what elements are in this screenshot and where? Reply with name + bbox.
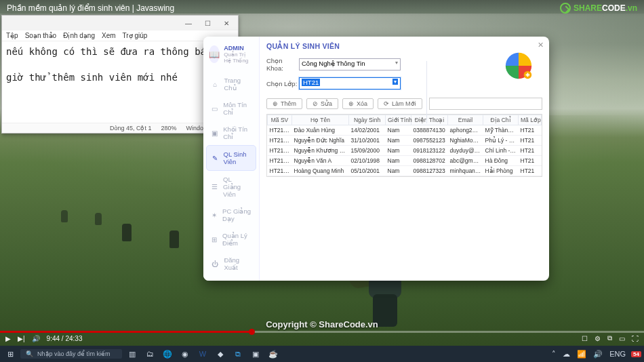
explorer-icon[interactable]: 🗂 [142,348,157,360]
refresh-button[interactable]: ⟳Làm Mới [378,98,422,109]
start-icon[interactable]: ⊞ [3,348,18,360]
menu-edit[interactable]: Soạn thảo [25,32,56,39]
notepad-menubar[interactable]: Tệp Soạn thảo Định dạng Xem Trợ giúp [2,31,238,41]
chevron-down-icon: ▾ [393,79,398,85]
sidebar-item-3[interactable]: ✎QL Sinh Viên [206,145,256,171]
pencil-icon: ⊘ [313,100,318,107]
status-zoom: 280% [161,125,176,132]
student-table[interactable]: Mã SVHọ TênNgày SinhGiới TínhĐiện ThoạiE… [266,114,542,177]
table-row[interactable]: HT2105Hoàng Quang Minh05/10/2001Nam09881… [268,166,542,176]
toolbar: ⊕Thêm ⊘Sửa ⊗Xóa ⟳Làm Mới [266,98,542,110]
lop-select[interactable]: HT21▾ [299,77,401,89]
delete-button[interactable]: ⊗Xóa [342,98,374,109]
netbeans-icon[interactable]: ◆ [213,348,228,360]
sidebar-item-1[interactable]: ▭Môn Tín Chỉ [206,96,256,121]
vscode-icon[interactable]: ⧉ [230,348,245,360]
google-photos-icon[interactable] [503,50,534,81]
col-header[interactable]: Địa Chỉ [483,115,519,125]
nav-icon: ⊞ [212,236,217,243]
col-header[interactable]: Ngày Sinh [349,115,386,125]
menu-format[interactable]: Định dạng [63,32,95,39]
menu-file[interactable]: Tệp [6,32,18,39]
miniplayer-icon[interactable]: ⧉ [607,334,612,342]
fullscreen-icon[interactable]: ⛶ [632,335,639,342]
word-icon[interactable]: W [195,348,210,360]
col-header[interactable]: Mã SV [268,115,292,125]
table-row[interactable]: HT2104Nguyễn Văn A02/10/1998Nam098812870… [268,156,542,166]
content-panel: ✕ QUẢN LÝ SINH VIÊN Chọn Khoa: Công Nghệ… [260,37,549,281]
tray-notification-badge[interactable]: 54 [631,351,641,357]
nav-label: PC Giảng Dạy [222,207,251,222]
col-header[interactable]: Họ Tên [292,115,349,125]
notepad-editor[interactable]: nếu không có thì sẽ đưa ra thông báo giờ… [2,41,238,123]
chrome-icon[interactable]: ◉ [178,348,193,360]
edge-icon[interactable]: 🌐 [160,348,175,360]
col-header[interactable]: Giới Tính [386,115,411,125]
volume-icon[interactable]: 🔊 [32,335,40,342]
play-icon[interactable]: ▶ [5,335,11,342]
video-overlay-top: Phần mềm quản lý điểm sinh viên | Javasw… [0,0,644,16]
col-header[interactable]: Mã Lớp [519,115,542,125]
sidebar-item-4[interactable]: ☰QL Giảng Viên [206,171,256,203]
taskbar-search[interactable]: 🔍 Nhập vào đây để tìm kiếm [20,349,122,359]
sidebar-item-0[interactable]: ⌂Trang Chủ [206,72,256,96]
chevron-down-icon: ▾ [395,60,398,66]
filter-input[interactable] [429,98,542,110]
notepad-statusbar: Dòng 45, Cột 1 280% Windows (CRLF) [2,123,238,133]
student-app-window[interactable]: 📖 ADMIN Quản Trị Hệ Thống ⌂Trang Chủ▭Môn… [203,37,549,281]
nav-label: Môn Tín Chỉ [223,101,251,116]
menu-help[interactable]: Trợ giúp [123,32,148,39]
user-name: ADMIN [224,45,254,52]
progress-bar[interactable] [0,331,644,333]
tray-cloud-icon[interactable]: ☁ [561,348,571,360]
close-icon[interactable]: ✕ [219,20,234,27]
tray-lang-icon[interactable]: ENG [608,348,627,360]
cc-icon[interactable]: ☐ [582,335,588,342]
video-title: Phần mềm quản lý điểm sinh viên | Javasw… [7,3,174,13]
sidebar-item-5[interactable]: ✶PC Giảng Dạy [206,203,256,227]
table-row[interactable]: HT2103Nguyễn Khương D…15/09/2000Nam09181… [268,146,542,156]
next-icon[interactable]: ▶| [18,335,25,342]
nav-label: QL Sinh Viên [224,150,250,165]
refresh-icon: ⟳ [384,100,389,107]
nav-icon: ⌂ [212,81,218,88]
time-display: 9:44 / 24:33 [47,335,83,342]
notepad-titlebar[interactable]: ― ☐ ✕ [2,16,238,31]
taskview-icon[interactable]: ▥ [125,348,140,360]
nav-list: ⌂Trang Chủ▭Môn Tín Chỉ▣Khối Tín Chỉ✎QL S… [206,72,256,276]
windows-taskbar[interactable]: ⊞ 🔍 Nhập vào đây để tìm kiếm ▥ 🗂 🌐 ◉ W ◆… [0,346,644,362]
table-row[interactable]: HT2101Đào Xuân Hùng14/02/2001Nam03888741… [268,125,542,136]
theater-icon[interactable]: ▭ [619,335,625,342]
nav-label: Trang Chủ [224,77,251,92]
nav-icon: ✎ [212,155,218,162]
nav-icon: ⏻ [212,260,218,268]
java-app-icon[interactable]: ☕ [266,348,281,360]
nav-label: Đăng Xuất [224,256,251,271]
maximize-icon[interactable]: ☐ [200,20,215,27]
edit-button[interactable]: ⊘Sửa [306,98,338,109]
system-tray[interactable]: ˄ ☁ 📶 🔊 ENG 54 [550,348,641,360]
tray-up-icon[interactable]: ˄ [550,348,557,360]
menu-view[interactable]: Xem [102,32,116,39]
sidebar-item-6[interactable]: ⊞Quản Lý Điểm [206,227,256,252]
nav-icon: ▭ [212,105,218,113]
plus-icon: ⊕ [273,100,278,107]
close-icon[interactable]: ✕ [538,41,544,49]
khoa-select[interactable]: Công Nghệ Thông Tin▾ [299,58,401,71]
nav-label: QL Giảng Viên [223,176,251,198]
sidebar-item-7[interactable]: ⏻Đăng Xuất [206,252,256,276]
col-header[interactable]: Điện Thoại [411,115,448,125]
add-button[interactable]: ⊕Thêm [266,98,302,109]
sidebar-item-2[interactable]: ▣Khối Tín Chỉ [206,121,256,145]
col-header[interactable]: Email [448,115,483,125]
minimize-icon[interactable]: ― [181,20,196,27]
tray-wifi-icon[interactable]: 📶 [576,348,588,360]
user-role: Quản Trị Hệ Thống [224,52,254,64]
terminal-icon[interactable]: ▣ [248,348,263,360]
settings-icon[interactable]: ⚙ [595,335,601,342]
tray-sound-icon[interactable]: 🔊 [592,348,604,360]
search-icon: 🔍 [26,350,33,357]
user-avatar-icon: 📖 [209,45,220,63]
video-player[interactable]: ▶ ▶| 🔊 9:44 / 24:33 ☐ ⚙ ⧉ ▭ ⛶ [0,331,644,346]
table-row[interactable]: HT2102Nguyễn Đức Nghĩa31/10/2001Nam09875… [268,136,542,146]
